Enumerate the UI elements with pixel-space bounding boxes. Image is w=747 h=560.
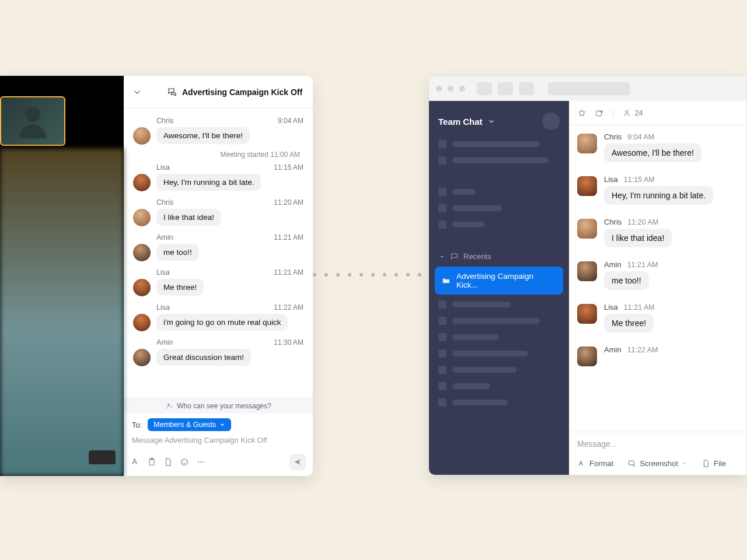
message: Amin11:21 AMme too!! — [577, 260, 738, 290]
message-author: Lisa — [156, 163, 170, 172]
message: Chris11:20 AMI like that idea! — [124, 195, 313, 230]
sidebar-section-recents[interactable]: Recents — [429, 248, 569, 265]
share-icon[interactable] — [595, 108, 604, 118]
sidebar-item[interactable] — [429, 345, 569, 362]
sidebar-header[interactable]: Team Chat — [429, 107, 569, 136]
message-time: 9:04 AM — [278, 117, 303, 125]
avatar[interactable] — [577, 134, 597, 153]
video-control-placeholder[interactable] — [89, 450, 116, 464]
message-bubble: Awesome, I'll be there! — [604, 144, 701, 162]
chevron-down-icon — [219, 422, 225, 428]
svg-point-6 — [183, 461, 183, 461]
message-author: Lisa — [156, 303, 170, 312]
message: Chris9:04 AMAwesome, I'll be there! — [577, 132, 738, 162]
sidebar-item[interactable] — [429, 378, 569, 394]
compose-toolbar — [124, 450, 313, 476]
tool-file-label: File — [714, 459, 726, 468]
svg-point-0 — [25, 107, 40, 122]
user-avatar[interactable] — [542, 113, 560, 130]
avatar[interactable] — [133, 349, 151, 366]
message-author: Amin — [156, 233, 173, 242]
system-message: Meeting started 11:00 AM — [124, 148, 313, 160]
video-main — [0, 149, 124, 476]
tool-file[interactable]: File — [701, 459, 726, 468]
compose-placeholder[interactable]: Message Advertising Campaign Kick Off — [124, 433, 313, 450]
tool-format[interactable]: Format — [577, 459, 613, 468]
message-time: 11:20 AM — [627, 218, 658, 226]
avatar[interactable] — [133, 174, 151, 191]
person-icon — [12, 101, 53, 142]
video-thumbnail[interactable] — [0, 96, 65, 146]
recipient-pill-label: Members & Guests — [153, 421, 216, 429]
clipboard-icon[interactable] — [147, 457, 156, 467]
screenshot-icon — [627, 459, 636, 468]
sidebar-item[interactable] — [429, 296, 569, 313]
sidebar-item[interactable] — [429, 394, 569, 411]
format-icon[interactable] — [131, 457, 140, 467]
chat-icon — [450, 252, 459, 261]
sidebar-item-active[interactable]: Advertising Campaign Kick... — [435, 267, 563, 295]
message-author: Amin — [604, 345, 622, 354]
main-pane: | 24 Chris9:04 AMAwesome, I'll be there!… — [569, 101, 746, 475]
toolbar-placeholder — [548, 82, 630, 95]
sidebar-item[interactable] — [429, 200, 569, 216]
sidebar-item[interactable] — [429, 313, 569, 329]
compose-input[interactable]: Message... — [577, 439, 738, 459]
send-button[interactable] — [289, 454, 306, 470]
emoji-icon[interactable] — [180, 457, 189, 467]
toolbar-placeholder — [519, 82, 534, 95]
sidebar-item[interactable] — [429, 362, 569, 378]
sidebar-item[interactable] — [429, 216, 569, 233]
sidebar-item[interactable] — [429, 136, 569, 152]
more-icon[interactable] — [196, 457, 205, 467]
message-time: 11:22 AM — [274, 303, 303, 312]
sidebar: Team Chat Recents Advertis — [429, 101, 569, 475]
svg-point-10 — [203, 461, 204, 463]
message: Chris11:20 AMI like that idea! — [577, 218, 738, 247]
avatar[interactable] — [133, 209, 151, 226]
avatar[interactable] — [133, 314, 151, 331]
sidebar-item[interactable] — [429, 329, 569, 345]
file-icon[interactable] — [163, 457, 173, 467]
chevron-down-icon[interactable] — [132, 87, 142, 97]
message-author: Chris — [604, 132, 622, 141]
message: Amin11:22 AM — [577, 345, 738, 366]
chevron-down-icon — [682, 460, 687, 466]
message-time: 11:21 AM — [624, 303, 655, 312]
avatar[interactable] — [577, 219, 597, 239]
avatar[interactable] — [133, 244, 151, 261]
sidebar-item[interactable] — [429, 152, 569, 169]
avatar[interactable] — [577, 304, 597, 324]
svg-point-9 — [200, 461, 201, 463]
privacy-bar[interactable]: ? Who can see your messages? — [124, 398, 313, 414]
message-bubble: Awesome, I'll be there! — [156, 127, 250, 144]
avatar[interactable] — [133, 279, 151, 296]
svg-point-1 — [167, 404, 170, 406]
star-icon[interactable] — [577, 108, 587, 118]
compose-toolbar: Format Screenshot File — [577, 459, 738, 475]
traffic-light[interactable] — [448, 86, 453, 92]
avatar[interactable] — [577, 346, 597, 366]
message: Lisa11:15 AMHey, I'm running a bit late. — [577, 175, 738, 205]
channel-header: | 24 — [569, 101, 746, 125]
tool-screenshot[interactable]: Screenshot — [627, 459, 687, 468]
recents-label: Recents — [463, 252, 491, 261]
sidebar-item[interactable] — [429, 184, 569, 200]
message-bubble: Hey, I'm running a bit late. — [604, 186, 713, 205]
recipient-pill[interactable]: Members & Guests — [148, 418, 231, 431]
message-author: Chris — [604, 218, 622, 226]
person-icon — [622, 108, 631, 118]
traffic-light[interactable] — [459, 86, 465, 92]
svg-point-12 — [626, 110, 628, 113]
message: Amin11:30 AMGreat discussion team! — [124, 335, 313, 370]
member-count[interactable]: 24 — [622, 108, 643, 118]
avatar[interactable] — [577, 176, 597, 196]
svg-rect-13 — [629, 461, 634, 465]
message-author: Chris — [156, 117, 173, 125]
traffic-light[interactable] — [436, 86, 442, 92]
person-question-icon: ? — [165, 402, 173, 410]
chat-bubbles-icon — [167, 87, 177, 97]
avatar[interactable] — [133, 127, 151, 145]
avatar[interactable] — [577, 261, 597, 281]
message-bubble: I like that idea! — [604, 229, 672, 247]
